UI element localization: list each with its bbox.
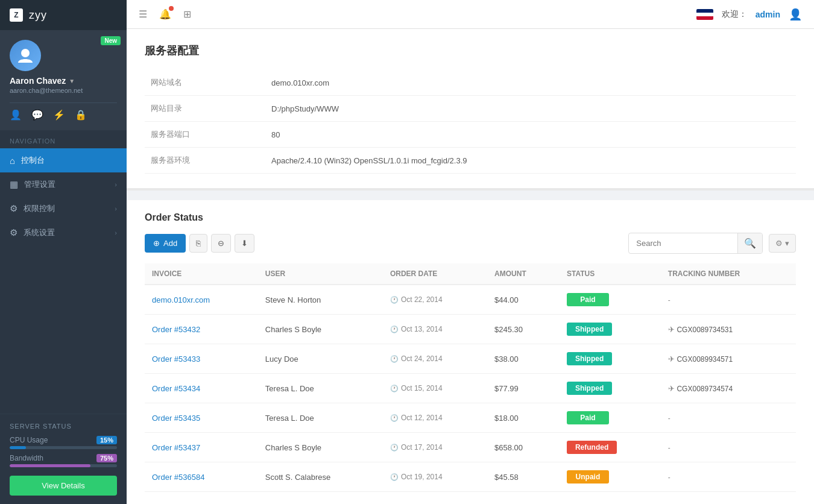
config-value-domain: demo.010xr.com: [265, 70, 796, 96]
cell-invoice-4: Order #53435: [145, 403, 258, 433]
config-value-dir: D:/phpStudy/WWW: [265, 96, 796, 122]
status-badge: Shipped: [567, 323, 612, 336]
menu-icon[interactable]: ☰: [139, 8, 147, 20]
new-badge: New: [101, 36, 121, 45]
cell-tracking-2: ✈ CGX0089934571: [661, 344, 796, 374]
language-flag[interactable]: [696, 9, 713, 20]
chevron-right-icon: ›: [115, 181, 117, 188]
config-label-port: 服务器端口: [145, 122, 265, 148]
add-button[interactable]: ⊕ Add: [145, 234, 186, 253]
bandwidth-status-row: Bandwidth 75%: [10, 454, 117, 467]
column-settings-button[interactable]: ⚙ ▾: [769, 234, 796, 253]
main-content: ☰ 🔔 ⊞ 欢迎： admin 👤 服务器配置 网站域名 demo.010xr.…: [127, 0, 814, 504]
cell-invoice-0: demo.010xr.com: [145, 285, 258, 315]
clock-icon: 🕐: [390, 385, 399, 392]
config-label-dir: 网站目录: [145, 96, 265, 122]
sidebar-item-dashboard[interactable]: ⌂ 控制台: [0, 148, 127, 172]
invoice-link-0[interactable]: demo.010xr.com: [152, 295, 210, 304]
search-input[interactable]: [629, 235, 737, 252]
config-row-port: 服务器端口 80: [145, 122, 796, 148]
cell-amount-1: $245.30: [487, 315, 560, 344]
server-status-title: Server Status: [10, 423, 117, 430]
app-name: zyy: [29, 9, 47, 22]
invoice-link-4[interactable]: Order #53435: [152, 414, 200, 423]
admin-link[interactable]: admin: [756, 10, 780, 19]
invoice-link-3[interactable]: Order #53434: [152, 384, 200, 393]
cell-date-4: 🕐 Oct 12, 2014: [383, 403, 487, 433]
delete-button[interactable]: ⊖: [211, 234, 231, 253]
cell-date-3: 🕐 Oct 15, 2014: [383, 374, 487, 403]
cell-amount-3: $77.99: [487, 374, 560, 403]
config-row-dir: 网站目录 D:/phpStudy/WWW: [145, 96, 796, 122]
config-label-env: 服务器环境: [145, 148, 265, 174]
table-row: demo.010xr.com Steve N. Horton 🕐 Oct 22,…: [145, 285, 796, 315]
col-invoice: Invoice: [145, 263, 258, 285]
server-status-section: Server Status CPU Usage 15% Bandwidth 75…: [0, 414, 127, 504]
order-status-section: Order Status ⊕ Add ⎘ ⊖ ⬇ 🔍 ⚙ ▾: [127, 200, 814, 504]
view-details-button[interactable]: View Details: [10, 476, 117, 496]
cell-user-1: Charles S Boyle: [258, 315, 383, 344]
nav-label: Navigation: [0, 130, 127, 148]
cell-date-2: 🕐 Oct 24, 2014: [383, 344, 487, 374]
cell-invoice-5: Order #53437: [145, 433, 258, 462]
bandwidth-pct-badge: 75%: [96, 454, 117, 462]
table-row: Order #53434 Teresa L. Doe 🕐 Oct 15, 201…: [145, 374, 796, 403]
clock-icon: 🕐: [390, 296, 399, 304]
user-profile-icon[interactable]: 👤: [10, 109, 22, 121]
layout-icon[interactable]: ⊞: [183, 8, 191, 20]
sidebar-item-permissions[interactable]: ⚙ 权限控制 ›: [0, 197, 127, 221]
welcome-text: 欢迎：: [722, 9, 747, 20]
avatar: [10, 40, 41, 71]
server-config-section: 服务器配置 网站域名 demo.010xr.com 网站目录 D:/phpStu…: [127, 29, 814, 191]
notification-icon[interactable]: 🔔: [159, 8, 171, 20]
table-row: Order #53432 Charles S Boyle 🕐 Oct 13, 2…: [145, 315, 796, 344]
user-name[interactable]: Aaron Chavez ▼: [10, 76, 75, 86]
topbar-user-icon[interactable]: 👤: [789, 8, 802, 21]
cell-amount-5: $658.00: [487, 433, 560, 462]
config-table: 网站域名 demo.010xr.com 网站目录 D:/phpStudy/WWW…: [145, 70, 796, 174]
invoice-link-5[interactable]: Order #53437: [152, 443, 200, 452]
topbar-right: 欢迎： admin 👤: [696, 8, 802, 21]
invoice-link-2[interactable]: Order #53433: [152, 354, 200, 364]
cell-amount-2: $38.00: [487, 344, 560, 374]
sidebar-item-admin-settings[interactable]: ▦ 管理设置 ›: [0, 172, 127, 197]
invoice-link-6[interactable]: Order #536584: [152, 473, 204, 482]
cell-user-2: Lucy Doe: [258, 344, 383, 374]
copy-button[interactable]: ⎘: [189, 234, 207, 253]
gear-icon: ⚙: [10, 203, 17, 214]
sidebar-header: Z zyy: [0, 0, 127, 30]
cell-amount-0: $44.00: [487, 285, 560, 315]
config-value-port: 80: [265, 122, 796, 148]
grid-icon: ▦: [10, 179, 18, 190]
col-amount: Amount: [487, 263, 560, 285]
bandwidth-progress-bg: [10, 464, 117, 467]
clock-icon: 🕐: [390, 444, 399, 452]
cell-user-0: Steve N. Horton: [258, 285, 383, 315]
plane-icon: ✈: [668, 384, 675, 393]
config-value-env: Apache/2.4.10 (Win32) OpenSSL/1.0.1i mod…: [265, 148, 796, 174]
sidebar-item-system-settings[interactable]: ⚙ 系统设置 ›: [0, 221, 127, 245]
cell-invoice-3: Order #53434: [145, 374, 258, 403]
content-area: 服务器配置 网站域名 demo.010xr.com 网站目录 D:/phpStu…: [127, 29, 814, 504]
plane-icon: ✈: [668, 325, 675, 334]
message-icon[interactable]: 💬: [31, 109, 43, 121]
table-row: Order #53433 Lucy Doe 🕐 Oct 24, 2014 $38…: [145, 344, 796, 374]
lock-icon[interactable]: 🔒: [75, 109, 87, 121]
search-icon[interactable]: 🔍: [737, 233, 762, 253]
download-button[interactable]: ⬇: [235, 234, 254, 253]
chevron-down-icon: ▼: [69, 78, 75, 84]
tracking-dash: -: [668, 444, 670, 452]
lightning-icon[interactable]: ⚡: [53, 109, 65, 121]
cell-date-5: 🕐 Oct 17, 2014: [383, 433, 487, 462]
clock-icon: 🕐: [390, 414, 399, 422]
plane-icon: ✈: [668, 354, 675, 364]
cell-tracking-4: -: [661, 403, 796, 433]
cpu-progress-bg: [10, 446, 117, 449]
invoice-link-1[interactable]: Order #53432: [152, 325, 200, 334]
col-order-date: Order Date: [383, 263, 487, 285]
cell-amount-6: $45.58: [487, 462, 560, 492]
cell-status-6: Unpaid: [560, 462, 661, 492]
sidebar: Z zyy New Aaron Chavez ▼ aaron.cha@theme…: [0, 0, 127, 504]
cell-invoice-1: Order #53432: [145, 315, 258, 344]
chevron-right-icon-3: ›: [115, 229, 117, 236]
